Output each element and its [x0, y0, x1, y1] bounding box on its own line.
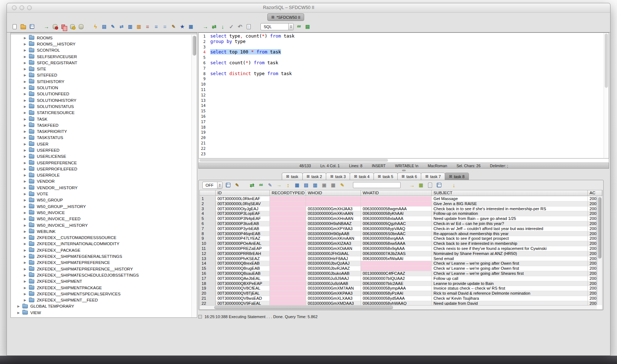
- results-scrollbar-thumb[interactable]: [598, 197, 601, 259]
- tree-table-item[interactable]: ▶ TASKFEED: [11, 122, 191, 128]
- edit-pencil-icon[interactable]: ✎: [170, 23, 177, 30]
- result-row[interactable]: 17 00T3000000QAeJbEAL 0033000000Ju9J9AAJ…: [200, 276, 597, 281]
- close-result-tab-icon[interactable]: ⊠: [354, 174, 357, 178]
- tree-table-item[interactable]: ▶ ZKFEDEX__SHIPMENTPACKAGE: [11, 285, 191, 291]
- disconnect-icon[interactable]: [52, 23, 59, 30]
- result-row[interactable]: 21 00T3000000QV8wsEAD 0033000000GmXLXAA3…: [200, 296, 597, 301]
- column-header-ac[interactable]: AC: [588, 190, 602, 196]
- tree-table-item[interactable]: ▶ SELFSERVICEUSER: [11, 53, 191, 60]
- close-result-tab-icon[interactable]: ⊠: [378, 174, 381, 178]
- tree-table-item[interactable]: ▶ SITE: [11, 66, 191, 72]
- edit-table-data-icon[interactable]: ▦: [418, 182, 424, 188]
- tree-table-item[interactable]: ▶ ZKFEDEX__SHIPMATEGENERALSETTINGS: [11, 253, 191, 259]
- disclosure-triangle-icon[interactable]: ▶: [24, 136, 29, 139]
- connect-icon[interactable]: →: [43, 23, 50, 30]
- disclosure-triangle-icon[interactable]: ▶: [17, 304, 22, 308]
- autocommit-select[interactable]: OFF ▴▾: [202, 182, 223, 189]
- tree-table-item[interactable]: ▶ USERLICENSE: [11, 153, 191, 160]
- disclosure-triangle-icon[interactable]: ▶: [24, 42, 29, 46]
- disclosure-triangle-icon[interactable]: ▶: [24, 117, 29, 121]
- disclosure-triangle-icon[interactable]: ▶: [24, 142, 29, 146]
- disclosure-triangle-icon[interactable]: ▶: [24, 36, 29, 40]
- results-hscrollbar-thumb[interactable]: [214, 306, 393, 309]
- tree-table-item[interactable]: ▶ SFDC_REGISTRANT: [11, 60, 191, 66]
- disclosure-triangle-icon[interactable]: ▶: [24, 148, 29, 152]
- swap-statement-icon[interactable]: ⇄: [211, 23, 217, 30]
- stepper-icon[interactable]: ▴▾: [288, 23, 293, 30]
- favorites-icon[interactable]: ★: [179, 23, 186, 30]
- disclosure-triangle-icon[interactable]: ▶: [24, 280, 29, 283]
- tree-scrollbar[interactable]: [191, 35, 197, 317]
- copy-connection-icon[interactable]: [60, 23, 67, 30]
- tree-table-item[interactable]: ▶ ROOMS__HISTORY: [11, 41, 191, 47]
- disclosure-triangle-icon[interactable]: ▶: [24, 86, 29, 90]
- result-row[interactable]: 4 00T3000000P3LopEAF 0033000000GmXKnAAN …: [200, 211, 597, 216]
- disclosure-triangle-icon[interactable]: ▶: [24, 61, 29, 65]
- tree-table-item[interactable]: ▶ ZKFEDEX__SHIPMENTSPECIALSERVICES: [11, 291, 191, 297]
- tree-table-item[interactable]: ▶ ZKFEDEX__SHIPMATEPREFERENCE: [11, 260, 191, 266]
- tree-table-item[interactable]: ▶ USER: [11, 141, 191, 147]
- result-row[interactable]: 1 00T3000000L0RknEAF Get Massage 200: [200, 196, 597, 202]
- result-row[interactable]: 11 00T3000000PREZaEAP 0033000000GmXOiAAN…: [200, 246, 597, 251]
- tree-scrollbar-thumb[interactable]: [193, 36, 196, 56]
- save-icon[interactable]: [29, 23, 35, 30]
- fetch-down-icon[interactable]: ↓: [219, 23, 226, 30]
- result-row[interactable]: 10 00T3000000POeAnEAL 0033000000GmXIZAA3…: [200, 241, 597, 246]
- tree-table-item[interactable]: ▶ ROOMS: [11, 35, 191, 41]
- edit-sql-icon[interactable]: ✎: [109, 23, 116, 30]
- tree-table-item[interactable]: ▶ ZKFEDEX__SHIPMATEPREFERENCE__HISTORY: [11, 266, 191, 272]
- result-row[interactable]: 13 00T3000000PfvKSEAZ 0033000000HirF8AAJ…: [200, 256, 597, 261]
- tree-table-item[interactable]: ▶ SITEHISTORY: [11, 78, 191, 84]
- disclosure-triangle-icon[interactable]: ▶: [24, 99, 29, 102]
- tree-table-item[interactable]: ▶ TASK: [11, 116, 191, 122]
- result-row[interactable]: 19 00T3000000QV8CfEAL 0033000000GmXM7AAN…: [200, 286, 597, 291]
- tree-table-item[interactable]: ▶ WEBLINK: [11, 228, 191, 234]
- result-row[interactable]: 5 00T3000000P3N4pEAF 0033000000GmXHnAAN …: [200, 216, 597, 221]
- undo-icon[interactable]: ↶: [237, 23, 243, 30]
- connection-tab[interactable]: ⊠ *SFDCW50 II: [267, 13, 304, 21]
- disclosure-triangle-icon[interactable]: ▶: [24, 48, 29, 52]
- query-log-icon[interactable]: [245, 23, 252, 30]
- statement-type-select[interactable]: SQL ▴▾: [260, 23, 294, 30]
- results-scrollbar[interactable]: [597, 196, 602, 305]
- filter-results-icon[interactable]: ✎: [234, 182, 241, 188]
- results-tab-task-6[interactable]: ⊠ task 6: [397, 173, 422, 180]
- splitter-grip[interactable]: [198, 169, 609, 172]
- describe-table-icon[interactable]: ▤: [101, 23, 108, 30]
- editor-scrollbar-thumb[interactable]: [605, 34, 608, 88]
- close-result-tab-icon[interactable]: ⊠: [330, 174, 333, 178]
- book-blue-icon[interactable]: ▥: [127, 23, 134, 30]
- tree-table-item[interactable]: ▶ ZKFEDEX__INTERNATIONALCOMMODITY: [11, 241, 191, 247]
- disclosure-triangle-icon[interactable]: ▶: [24, 55, 29, 58]
- tree-table-item[interactable]: ▶ W50_INVOICE: [11, 209, 191, 216]
- result-row[interactable]: 16 00T3000000Q8sauEAB 0033000000JbukoAAB…: [200, 271, 597, 276]
- new-file-icon[interactable]: [11, 23, 18, 30]
- sql-code[interactable]: select type, count(*) from task group by…: [208, 33, 604, 158]
- close-result-tab-icon[interactable]: ⊠: [425, 174, 428, 178]
- tree-table-item[interactable]: ▶ VENDOR__HISTORY: [11, 185, 191, 191]
- disclosure-triangle-icon[interactable]: ▶: [24, 67, 29, 71]
- column-header-subject[interactable]: SUBJECT: [432, 190, 588, 196]
- disclosure-triangle-icon[interactable]: ▶: [24, 261, 29, 264]
- sql-editor[interactable]: 1234567891011121314151617181920212223 se…: [198, 32, 609, 159]
- column-header-recordtypeid[interactable]: RECORDTYPEID: [270, 190, 306, 196]
- editor-hscrollbar-thumb[interactable]: [199, 159, 388, 162]
- preview-glasses-icon[interactable]: 66: [258, 182, 264, 188]
- results-tab-task-7[interactable]: ⊠ task 7: [421, 173, 445, 180]
- disclosure-triangle-icon[interactable]: ▶: [24, 161, 29, 165]
- tree-table-item[interactable]: ▶ ZKFEDEX__SHIPMENT__FEED: [11, 297, 191, 303]
- disclosure-triangle-icon[interactable]: ▶: [24, 242, 29, 246]
- validate-icon[interactable]: ✓: [228, 23, 235, 30]
- disclosure-triangle-icon[interactable]: ▶: [24, 73, 29, 77]
- column-header-rownum[interactable]: [200, 190, 216, 196]
- result-row[interactable]: 2 00T3000000L0RqSEAV Give Jenn a BIG RAI…: [200, 202, 597, 207]
- close-result-tab-icon[interactable]: ⊠: [307, 174, 310, 178]
- tree-table-item[interactable]: ▶ SOLUTION: [11, 84, 191, 91]
- database-icon[interactable]: [78, 23, 85, 30]
- new-note-icon[interactable]: [427, 182, 433, 188]
- book-orange-icon[interactable]: ▥: [135, 23, 142, 30]
- reload-table-icon[interactable]: ▦: [294, 182, 301, 188]
- disclosure-triangle-icon[interactable]: ▶: [24, 286, 29, 290]
- disclosure-triangle-icon[interactable]: ▶: [24, 92, 29, 96]
- disclosure-triangle-icon[interactable]: ▶: [24, 224, 29, 227]
